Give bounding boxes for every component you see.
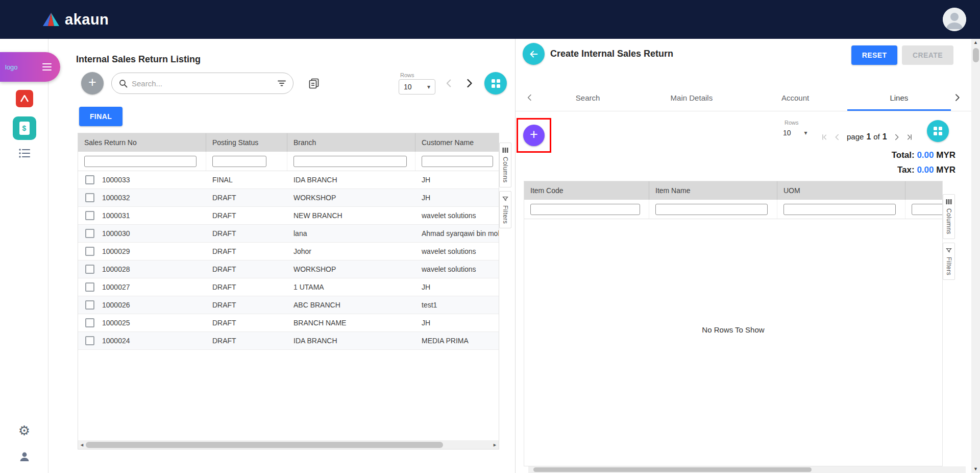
filter-input-item-name[interactable] bbox=[655, 204, 768, 215]
scrollbar-track[interactable] bbox=[971, 46, 980, 465]
row-checkbox[interactable] bbox=[85, 282, 94, 292]
create-button[interactable]: CREATE bbox=[902, 45, 953, 65]
rows-per-page-select[interactable]: 10 ▾ bbox=[399, 79, 435, 94]
horizontal-scrollbar[interactable] bbox=[528, 466, 966, 473]
row-checkbox[interactable] bbox=[85, 265, 94, 274]
menu-toggle-icon[interactable] bbox=[42, 63, 52, 71]
listing-filter-row bbox=[78, 152, 499, 171]
tab-search[interactable]: Search bbox=[536, 84, 640, 111]
column-header-customer-name[interactable]: Customer Name bbox=[415, 133, 499, 152]
reset-button[interactable]: RESET bbox=[851, 45, 897, 65]
scrollbar-thumb[interactable] bbox=[533, 467, 812, 472]
filters-side-tab[interactable]: Filters bbox=[943, 243, 955, 280]
row-checkbox[interactable] bbox=[85, 300, 94, 310]
filter-input-customer-name[interactable] bbox=[422, 156, 493, 167]
rows-per-page-select[interactable]: 10 ▾ bbox=[783, 129, 807, 137]
pdf-glyph-icon bbox=[20, 95, 29, 102]
column-header-posting-status[interactable]: Posting Status bbox=[206, 133, 287, 152]
scroll-down-arrow-icon[interactable]: ▼ bbox=[971, 465, 980, 473]
columns-side-tab[interactable]: Columns bbox=[943, 194, 955, 239]
tab-account[interactable]: Account bbox=[744, 84, 847, 111]
list-module-icon[interactable] bbox=[18, 148, 31, 160]
filter-input-branch[interactable] bbox=[293, 156, 407, 167]
cell-sales-return-no: 1000029 bbox=[102, 247, 130, 255]
add-sales-return-button[interactable]: + bbox=[81, 72, 104, 94]
tax-value: 0.00 bbox=[917, 165, 934, 175]
search-input[interactable] bbox=[132, 79, 274, 88]
lines-side-tabs: Columns Filters bbox=[943, 194, 955, 280]
column-header-item-code[interactable]: Item Code bbox=[524, 181, 649, 200]
filter-lines-icon[interactable] bbox=[278, 80, 286, 87]
scrollbar-thumb[interactable] bbox=[86, 442, 443, 448]
table-row[interactable]: 1000028 DRAFT WORKSHOP wavelet solutions bbox=[78, 261, 499, 278]
column-header-uom[interactable]: UOM bbox=[777, 181, 905, 200]
row-checkbox[interactable] bbox=[85, 336, 94, 345]
akaun-logo-icon bbox=[42, 12, 60, 27]
table-row[interactable]: 1000024 DRAFT IDA BRANCH MEDIA PRIMA bbox=[78, 332, 499, 350]
table-row[interactable]: 1000030 DRAFT lana Ahmad syarqawi bin mo… bbox=[78, 225, 499, 243]
cell-sales-return-no: 1000026 bbox=[102, 301, 130, 309]
tabs-scroll-right-button[interactable] bbox=[951, 84, 963, 111]
cell-posting-status: FINAL bbox=[206, 176, 233, 184]
settings-gear-icon[interactable]: ⚙ bbox=[18, 424, 30, 437]
row-checkbox[interactable] bbox=[85, 211, 94, 220]
final-status-filter-button[interactable]: FINAL bbox=[79, 107, 122, 126]
previous-page-button[interactable] bbox=[833, 133, 842, 141]
cell-customer-name: wavelet solutions bbox=[415, 211, 476, 220]
table-row[interactable]: 1000025 DRAFT BRANCH NAME JH bbox=[78, 314, 499, 332]
copy-icon bbox=[308, 77, 320, 89]
lines-rows-per-page: Rows 10 ▾ bbox=[783, 120, 807, 137]
filter-input-uom[interactable] bbox=[783, 204, 896, 215]
internal-sales-return-listing-panel: Internal Sales Return Listing + bbox=[48, 39, 516, 473]
row-checkbox[interactable] bbox=[85, 193, 94, 202]
back-button[interactable] bbox=[523, 43, 545, 65]
table-row[interactable]: 1000026 DRAFT ABC BRANCH test1 bbox=[78, 296, 499, 314]
row-checkbox[interactable] bbox=[85, 229, 94, 238]
row-checkbox[interactable] bbox=[85, 247, 94, 256]
table-row[interactable]: 1000032 DRAFT WORKSHOP JH bbox=[78, 189, 499, 207]
column-header-branch[interactable]: Branch bbox=[287, 133, 415, 152]
sidebar-logo-pill[interactable]: logo bbox=[0, 52, 60, 82]
accounting-app-icon[interactable]: $ bbox=[13, 116, 36, 140]
duplicate-view-button[interactable] bbox=[308, 77, 320, 89]
horizontal-scrollbar[interactable]: ◄ ► bbox=[78, 440, 499, 449]
grid-view-button[interactable] bbox=[484, 72, 507, 94]
next-page-button[interactable] bbox=[463, 77, 475, 89]
table-row[interactable]: 1000027 DRAFT 1 UTAMA JH bbox=[78, 278, 499, 296]
filters-side-tab[interactable]: Filters bbox=[499, 191, 511, 228]
filter-input-partial[interactable] bbox=[912, 204, 942, 215]
previous-page-button[interactable] bbox=[444, 78, 455, 89]
columns-side-tab[interactable]: Columns bbox=[499, 143, 511, 187]
tab-main-details[interactable]: Main Details bbox=[640, 84, 743, 111]
column-header-sales-return-no[interactable]: Sales Return No bbox=[78, 133, 206, 152]
table-row[interactable]: 1000029 DRAFT Johor wavelet solutions bbox=[78, 243, 499, 261]
row-checkbox[interactable] bbox=[85, 318, 94, 327]
row-checkbox[interactable] bbox=[85, 175, 94, 184]
vertical-scrollbar[interactable]: ▲ ▼ bbox=[971, 39, 980, 473]
first-page-button[interactable] bbox=[821, 133, 829, 141]
filter-input-sales-return-no[interactable] bbox=[84, 156, 197, 167]
last-page-button[interactable] bbox=[904, 133, 913, 141]
filter-input-posting-status[interactable] bbox=[212, 156, 266, 167]
tabs-scroll-left-button[interactable] bbox=[524, 84, 536, 111]
profile-person-icon[interactable] bbox=[18, 451, 31, 463]
lines-filter-row bbox=[524, 200, 942, 219]
user-avatar[interactable] bbox=[943, 8, 966, 31]
table-row[interactable]: 1000033 FINAL IDA BRANCH JH bbox=[78, 171, 499, 189]
scroll-right-arrow-icon[interactable]: ► bbox=[491, 442, 499, 447]
scroll-left-arrow-icon[interactable]: ◄ bbox=[78, 442, 86, 447]
scrollbar-thumb[interactable] bbox=[973, 48, 979, 62]
brand[interactable]: akaun bbox=[42, 11, 109, 28]
cell-posting-status: DRAFT bbox=[206, 247, 236, 255]
filter-input-item-code[interactable] bbox=[530, 204, 640, 215]
grid-view-button[interactable] bbox=[927, 120, 949, 142]
columns-icon bbox=[946, 199, 952, 205]
pdf-app-icon[interactable] bbox=[16, 90, 33, 107]
column-header-item-name[interactable]: Item Name bbox=[649, 181, 777, 200]
table-row[interactable]: 1000031 DRAFT NEW BRANCH wavelet solutio… bbox=[78, 207, 499, 225]
total-currency: MYR bbox=[936, 150, 955, 160]
next-page-button[interactable] bbox=[892, 133, 901, 141]
scroll-up-arrow-icon[interactable]: ▲ bbox=[971, 39, 980, 46]
current-page: 1 bbox=[866, 132, 871, 141]
tab-lines[interactable]: Lines bbox=[847, 84, 951, 111]
